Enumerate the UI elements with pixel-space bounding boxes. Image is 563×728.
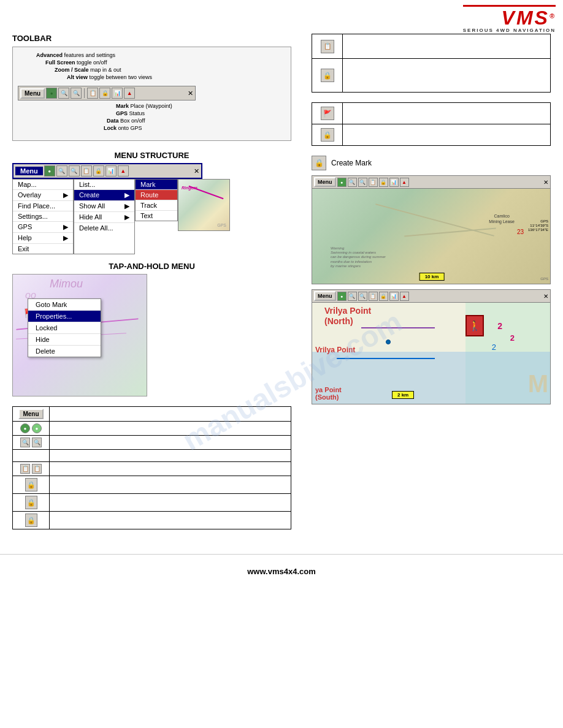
th-item-hide[interactable]: Hide [28,334,101,346]
map2-num3: 2 [492,343,496,352]
menu-item-help[interactable]: Help ▶ [13,233,73,244]
menu-item-track[interactable]: Track [136,200,177,211]
th-item-properties[interactable]: Properties... [28,311,101,322]
map2-tb-s2[interactable]: 🔍 [358,292,367,301]
menu-item-exit[interactable]: Exit [13,244,73,254]
clipboard-icon2[interactable]: 📋 [32,464,42,474]
menu-tb-close[interactable]: ✕ [194,167,199,175]
tb-icon-page[interactable]: 📋 [87,88,98,99]
tap-hold-menu: Goto Mark Properties... Locked Hide Dele… [28,298,101,357]
create-mark-label: Create Mark [331,159,372,167]
menu-item-mark[interactable]: Mark [136,180,177,190]
map1-tb-m[interactable]: ▲ [400,178,409,187]
rt-desc1 [343,34,551,59]
rt-row2: 🔒 [312,59,551,93]
menu-item-gps[interactable]: GPS ▶ [13,222,73,233]
table-row-menu: Menu [13,407,291,422]
map1-tb-l[interactable]: 🔒 [379,178,388,187]
menu-tb-page[interactable]: 📋 [81,165,92,176]
lock-icon1[interactable]: 🔒 [25,478,37,491]
map2-water [312,352,551,404]
clipboard-icon1[interactable]: 📋 [20,464,30,474]
map1-tb-s2[interactable]: 🔍 [358,178,367,187]
th-item-delete[interactable]: Delete [28,346,101,357]
map2-tb-p[interactable]: 📋 [369,292,378,301]
rb-lock-info-icon[interactable]: 🔒 [321,128,334,142]
rb-desc1 [343,103,551,124]
map2-tb-d[interactable]: 📊 [389,292,399,301]
menu-item-route[interactable]: Route [136,190,177,200]
table-row-lock3: 🔒 [13,512,291,529]
menu-item-text[interactable]: Text [136,211,177,221]
menu-item-settings[interactable]: Settings... [13,211,73,222]
green-icon1[interactable]: ● [20,423,30,433]
map1-tb-s1[interactable]: 🔍 [348,178,357,187]
rb-row1: 🚩 [312,103,551,124]
rt-icon1: 📋 [312,34,343,59]
map1-tb-green[interactable]: ● [337,178,347,187]
menu-button[interactable]: Menu [20,88,45,99]
map2-num1: 2 [497,321,502,331]
rt-lock-icon[interactable]: 🔒 [321,69,334,82]
map2-vrilya-south: ya Point(South) [315,386,342,401]
menu-tb-green[interactable]: ● [44,165,55,176]
map2-route1 [361,327,435,328]
map2-menu-btn[interactable]: Menu [314,291,336,301]
map2-tb-l[interactable]: 🔒 [379,292,388,301]
green-icon2[interactable]: ● [32,423,42,433]
menu-item-showall[interactable]: Show All ▶ [74,201,134,212]
menu-item-create[interactable]: Create ▶ [74,190,134,201]
lock-icon2[interactable]: 🔒 [25,496,37,509]
map1-menu-btn[interactable]: Menu [314,177,336,187]
menu-tb-search1[interactable]: 🔍 [56,165,67,176]
toolbar-diagram: Advanced features and settings Full Scre… [12,47,291,141]
tap-hold-area: Mimou oo 🚩 2 6 Goto Mark Properties... L… [12,274,147,396]
map2-close[interactable]: ✕ [543,293,548,300]
menu-tb-lock[interactable]: 🔒 [93,165,104,176]
table-row-spacer [13,450,291,462]
map1-toolbar: Menu ● 🔍 🔍 📋 🔒 📊 ▲ ✕ [312,176,550,189]
lock-icon3[interactable]: 🔒 [25,514,37,527]
tb-icon-search2[interactable]: 🔍 [71,88,82,99]
th-item-locked[interactable]: Locked [28,322,101,334]
tb-icon-search1[interactable]: 🔍 [58,88,69,99]
menu-main-button[interactable]: Menu [15,167,43,175]
tb-close[interactable]: ✕ [188,89,193,97]
menu-tb-data[interactable]: 📊 [105,165,117,176]
zoom-icon1[interactable]: 🔍 [20,438,30,447]
menu-tb-search2[interactable]: 🔍 [69,165,80,176]
tb-icon-green1[interactable]: ● [46,88,57,99]
rb-flag-icon[interactable]: 🚩 [321,107,334,120]
map2-vrilya-point: Vrilya Point [315,346,355,354]
menu-item-deleteall[interactable]: Delete All... [74,223,134,233]
tb-icon-data[interactable]: 📊 [112,88,123,99]
zoom-icon2[interactable]: 🔍 [32,438,42,447]
menu-col2: List... Create ▶ Show All ▶ Hide All ▶ D… [74,179,135,254]
menu-item-hideall[interactable]: Hide All ▶ [74,212,134,223]
logo-vms: VMS® [463,8,556,28]
tb-sep1 [84,88,85,98]
menu-item-list[interactable]: List... [74,180,134,190]
map2-tb-s1[interactable]: 🔍 [348,292,357,301]
table-cell-lock2-icon: 🔒 [13,494,50,512]
menu-item-map[interactable]: Map... [13,180,73,190]
table-cell-lock1-icon: 🔒 [13,476,50,494]
tb-icon-lock[interactable]: 🔒 [99,88,110,99]
th-item-gotomark[interactable]: Goto Mark [28,299,101,311]
menu-btn-icon[interactable]: Menu [18,409,43,419]
map1-tb-p[interactable]: 📋 [369,178,378,187]
menu-item-findplace[interactable]: Find Place... [13,201,73,211]
menu-item-overlay[interactable]: Overlay ▶ [13,190,73,201]
tb-icon-mark[interactable]: ▲ [124,88,135,99]
menu-tb-mark[interactable]: ▲ [118,165,129,176]
rt-page-icon[interactable]: 📋 [321,40,334,53]
logo-tagline: SERIOUS 4WD NAVIGATION [463,28,556,33]
map2-tb-green[interactable]: ● [337,292,347,301]
table-row-lock2: 🔒 [13,494,291,512]
map1-tb-d[interactable]: 📊 [389,178,399,187]
label-mark: Mark Place (Waypoint) [116,103,172,109]
map2-tb-m[interactable]: ▲ [400,292,409,301]
map1-close[interactable]: ✕ [543,179,548,186]
lock-icon-standalone[interactable]: 🔒 [312,156,326,170]
table-cell-green-desc [50,422,291,436]
